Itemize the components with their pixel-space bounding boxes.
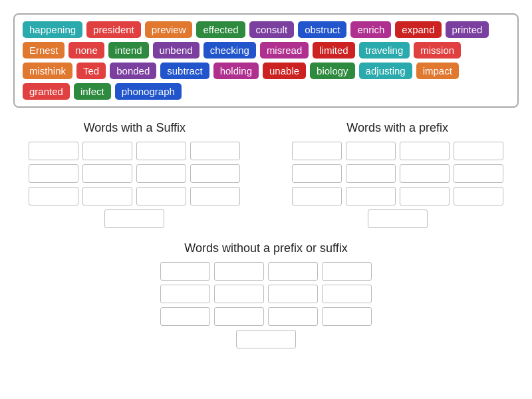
word-chip[interactable]: effected — [196, 21, 245, 38]
word-chip[interactable]: infect — [74, 83, 111, 100]
suffix-drop-extra[interactable] — [104, 209, 164, 228]
suffix-drop-7[interactable] — [136, 164, 186, 183]
word-chip[interactable]: checking — [203, 42, 256, 59]
suffix-row-4 — [104, 209, 164, 228]
prefix-drop-grid — [276, 142, 519, 228]
word-chip[interactable]: misread — [260, 42, 309, 59]
word-chip[interactable]: limited — [313, 42, 354, 59]
word-chip[interactable]: president — [86, 21, 141, 38]
prefix-title: Words with a prefix — [276, 121, 519, 135]
prefix-drop-3[interactable] — [400, 142, 450, 160]
neither-section: Words without a prefix or suffix — [13, 241, 519, 348]
word-chip[interactable]: holding — [213, 63, 259, 79]
word-chip[interactable]: intend — [108, 42, 149, 59]
suffix-drop-4[interactable] — [190, 142, 240, 160]
neither-drop-4[interactable] — [322, 262, 372, 281]
prefix-row-2 — [292, 164, 503, 183]
word-chip[interactable]: adjusting — [359, 63, 412, 79]
word-chip[interactable]: bonded — [110, 63, 156, 79]
prefix-drop-10[interactable] — [346, 187, 396, 205]
word-chip[interactable]: printed — [446, 21, 489, 38]
prefix-drop-7[interactable] — [400, 164, 450, 183]
suffix-row-3 — [29, 187, 240, 205]
word-bank: happeningpresidentprevieweffectedconsult… — [13, 13, 519, 108]
suffix-row-1 — [29, 142, 240, 160]
word-chip[interactable]: happening — [23, 21, 82, 38]
word-chip[interactable]: subtract — [160, 63, 209, 79]
prefix-drop-6[interactable] — [346, 164, 396, 183]
prefix-drop-5[interactable] — [292, 164, 342, 183]
prefix-drop-11[interactable] — [400, 187, 450, 205]
neither-row-3 — [160, 307, 372, 326]
neither-drop-9[interactable] — [160, 307, 210, 326]
word-chip[interactable]: unbend — [153, 42, 200, 59]
neither-drop-1[interactable] — [160, 262, 210, 281]
suffix-drop-2[interactable] — [82, 142, 132, 160]
prefix-drop-extra[interactable] — [368, 209, 428, 228]
word-chip[interactable]: Ernest — [23, 42, 65, 59]
prefix-drop-1[interactable] — [292, 142, 342, 160]
neither-drop-12[interactable] — [322, 307, 372, 326]
sections-row: Words with a Suffix — [13, 121, 519, 228]
word-chip[interactable]: consult — [249, 21, 295, 38]
neither-drop-5[interactable] — [160, 285, 210, 303]
suffix-row-2 — [29, 164, 240, 183]
word-chip[interactable]: unable — [263, 63, 306, 79]
word-chip[interactable]: traveling — [359, 42, 410, 59]
neither-row-4 — [236, 330, 296, 348]
prefix-row-3 — [292, 187, 503, 205]
neither-drop-3[interactable] — [268, 262, 318, 281]
word-chip[interactable]: preview — [145, 21, 193, 38]
prefix-drop-12[interactable] — [454, 187, 503, 205]
neither-drop-7[interactable] — [268, 285, 318, 303]
prefix-drop-2[interactable] — [346, 142, 396, 160]
word-chip[interactable]: mission — [414, 42, 461, 59]
prefix-row-4 — [368, 209, 428, 228]
word-chip[interactable]: Ted — [76, 63, 106, 79]
prefix-section: Words with a prefix — [276, 121, 519, 228]
suffix-section: Words with a Suffix — [13, 121, 256, 228]
word-chip[interactable]: phonograph — [115, 83, 182, 100]
suffix-drop-12[interactable] — [190, 187, 240, 205]
word-chip[interactable]: obstruct — [298, 21, 346, 38]
neither-drop-8[interactable] — [322, 285, 372, 303]
neither-drop-6[interactable] — [214, 285, 264, 303]
suffix-drop-3[interactable] — [136, 142, 186, 160]
prefix-row-1 — [292, 142, 503, 160]
word-chip[interactable]: misthink — [23, 63, 72, 79]
word-chip[interactable]: expand — [395, 21, 441, 38]
word-chip[interactable]: enrich — [350, 21, 391, 38]
neither-drop-2[interactable] — [214, 262, 264, 281]
neither-title: Words without a prefix or suffix — [13, 241, 519, 255]
word-chip[interactable]: impact — [416, 63, 459, 79]
neither-row-2 — [160, 285, 372, 303]
suffix-drop-9[interactable] — [29, 187, 78, 205]
neither-row-1 — [160, 262, 372, 281]
word-chip[interactable]: biology — [310, 63, 355, 79]
neither-drop-11[interactable] — [268, 307, 318, 326]
word-chip[interactable]: granted — [23, 83, 70, 100]
prefix-drop-8[interactable] — [454, 164, 503, 183]
suffix-drop-8[interactable] — [190, 164, 240, 183]
neither-drop-10[interactable] — [214, 307, 264, 326]
suffix-drop-6[interactable] — [82, 164, 132, 183]
prefix-drop-4[interactable] — [454, 142, 503, 160]
word-chip[interactable]: none — [68, 42, 104, 59]
suffix-drop-1[interactable] — [29, 142, 78, 160]
neither-drop-extra[interactable] — [236, 330, 296, 348]
suffix-drop-11[interactable] — [136, 187, 186, 205]
suffix-title: Words with a Suffix — [13, 121, 256, 135]
suffix-drop-grid — [13, 142, 256, 228]
suffix-drop-10[interactable] — [82, 187, 132, 205]
prefix-drop-9[interactable] — [292, 187, 342, 205]
neither-drop-grid — [13, 262, 519, 348]
suffix-drop-5[interactable] — [29, 164, 78, 183]
